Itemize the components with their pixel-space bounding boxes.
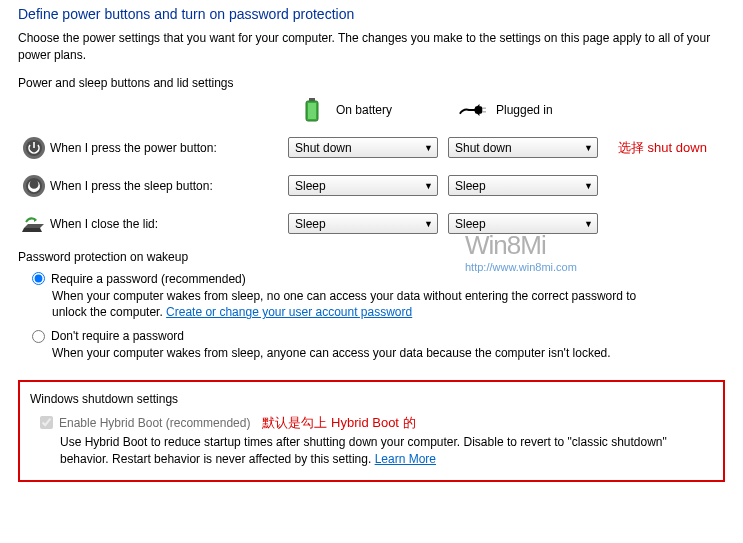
power-annotation: 选择 shut down xyxy=(618,139,707,157)
plug-icon xyxy=(458,102,486,118)
lid-battery-dropdown[interactable]: Sleep▼ xyxy=(288,213,438,234)
hybrid-boot-desc: Use Hybrid Boot to reduce startup times … xyxy=(60,434,670,468)
shutdown-section-label: Windows shutdown settings xyxy=(30,392,711,406)
learn-more-link[interactable]: Learn More xyxy=(375,452,436,466)
svg-rect-2 xyxy=(308,103,316,119)
power-button-label: When I press the power button: xyxy=(50,141,288,155)
lid-row: When I close the lid: Sleep▼ Sleep▼ xyxy=(18,212,725,236)
battery-column-label: On battery xyxy=(336,103,392,117)
lid-icon xyxy=(18,214,50,234)
require-password-desc: When your computer wakes from sleep, no … xyxy=(52,288,652,322)
password-section-label: Password protection on wakeup xyxy=(18,250,725,264)
power-sleep-label: Power and sleep buttons and lid settings xyxy=(18,76,725,90)
column-headers: On battery Plugged in xyxy=(298,98,725,122)
hybrid-boot-checkbox[interactable] xyxy=(40,416,53,429)
shutdown-settings-box: Windows shutdown settings Enable Hybrid … xyxy=(18,380,725,482)
dont-require-password-radio[interactable] xyxy=(32,330,45,343)
sleep-plugged-dropdown[interactable]: Sleep▼ xyxy=(448,175,598,196)
dont-require-password-label: Don't require a password xyxy=(51,329,184,343)
require-password-label: Require a password (recommended) xyxy=(51,272,246,286)
sleep-button-row: When I press the sleep button: Sleep▼ Sl… xyxy=(18,174,725,198)
power-plugged-dropdown[interactable]: Shut down▼ xyxy=(448,137,598,158)
page-description: Choose the power settings that you want … xyxy=(18,30,725,64)
require-password-radio[interactable] xyxy=(32,272,45,285)
svg-rect-3 xyxy=(475,106,482,113)
sleep-button-icon xyxy=(18,174,50,198)
power-button-icon xyxy=(18,136,50,160)
lid-label: When I close the lid: xyxy=(50,217,288,231)
hybrid-boot-annotation: 默认是勾上 Hybrid Boot 的 xyxy=(262,414,415,432)
sleep-battery-dropdown[interactable]: Sleep▼ xyxy=(288,175,438,196)
lid-plugged-dropdown[interactable]: Sleep▼ xyxy=(448,213,598,234)
plugged-column-label: Plugged in xyxy=(496,103,553,117)
change-password-link[interactable]: Create or change your user account passw… xyxy=(166,305,412,319)
power-button-row: When I press the power button: Shut down… xyxy=(18,136,725,160)
sleep-button-label: When I press the sleep button: xyxy=(50,179,288,193)
dont-require-password-desc: When your computer wakes from sleep, any… xyxy=(52,345,652,362)
page-title: Define power buttons and turn on passwor… xyxy=(18,6,725,22)
power-battery-dropdown[interactable]: Shut down▼ xyxy=(288,137,438,158)
hybrid-boot-label: Enable Hybrid Boot (recommended) xyxy=(59,416,250,430)
battery-icon xyxy=(298,98,326,122)
